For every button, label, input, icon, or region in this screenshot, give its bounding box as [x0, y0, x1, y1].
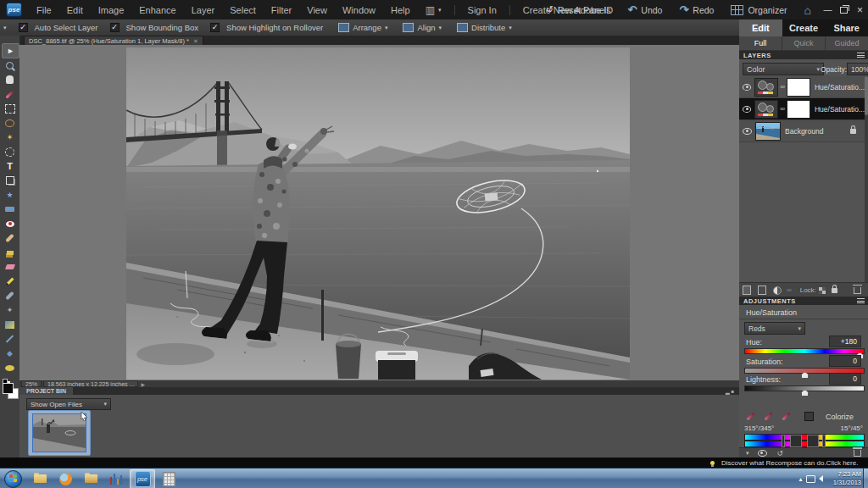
tab-create[interactable]: Create: [782, 19, 826, 36]
menu-image[interactable]: Image: [91, 0, 132, 19]
layer-row-hue-saturation-1[interactable]: ∞ Hue/Saturatio...: [739, 98, 865, 120]
cookie-cutter-tool[interactable]: ★: [2, 188, 18, 202]
layer-name[interactable]: Hue/Saturatio...: [815, 83, 865, 92]
blur-tool[interactable]: ◆: [2, 347, 18, 360]
layer-name[interactable]: Hue/Saturatio...: [815, 105, 865, 114]
hand-tool[interactable]: [2, 73, 18, 86]
sign-in-link[interactable]: Sign In: [460, 0, 504, 19]
lightness-value[interactable]: 0: [829, 373, 861, 385]
bin-filter-dropdown[interactable]: Show Open Files▾: [26, 398, 111, 410]
panel-menu-icon[interactable]: [857, 53, 865, 58]
sample-eyedropper-icon[interactable]: [747, 413, 755, 421]
layer-visibility-icon[interactable]: [743, 84, 751, 91]
brush-tool[interactable]: [2, 289, 18, 302]
close-tab-icon[interactable]: ✕: [193, 38, 198, 45]
align-dropdown[interactable]: Align▾: [403, 23, 442, 32]
menu-enhance[interactable]: Enhance: [131, 0, 183, 19]
range-handle-right[interactable]: [807, 435, 819, 447]
restore-button[interactable]: [837, 4, 850, 15]
lightness-slider[interactable]: [744, 385, 865, 391]
layer-mask-thumbnail[interactable]: [787, 78, 810, 97]
status-arrow-icon[interactable]: ▶: [141, 381, 145, 387]
taskbar-calculator-button[interactable]: [157, 470, 181, 488]
layers-panel-header[interactable]: LAYERS: [739, 51, 868, 59]
options-collapse-icon[interactable]: ▾: [3, 25, 7, 31]
add-to-sample-eyedropper-icon[interactable]: [765, 413, 773, 421]
reset-panels-button[interactable]: ↺ Reset Panels: [537, 0, 620, 19]
taskbar-pictures-button[interactable]: [79, 470, 103, 488]
magic-wand-tool[interactable]: ✶: [2, 130, 18, 144]
network-icon[interactable]: [806, 475, 815, 483]
quick-selection-tool[interactable]: [2, 145, 18, 158]
document-size-info[interactable]: 18.563 inches x 12.225 inches ...: [43, 380, 138, 387]
saturation-slider-thumb[interactable]: [801, 372, 809, 379]
menu-window[interactable]: Window: [335, 0, 383, 19]
lock-transparency-icon[interactable]: [819, 287, 826, 294]
layers-scrollbar[interactable]: [865, 76, 868, 282]
lock-all-icon[interactable]: [832, 288, 837, 293]
smart-brush-tool[interactable]: ✦: [2, 303, 18, 317]
minimize-button[interactable]: —: [821, 4, 834, 15]
menu-help[interactable]: Help: [383, 0, 418, 19]
delete-adjustment-icon[interactable]: [854, 450, 861, 457]
layer-visibility-icon[interactable]: [743, 106, 751, 113]
range-handle-left[interactable]: [790, 435, 802, 447]
taskbar-media-button[interactable]: [104, 470, 128, 488]
toggle-visibility-icon[interactable]: [758, 450, 767, 457]
menu-filter[interactable]: Filter: [264, 0, 299, 19]
notification-text[interactable]: Discover what Recompose can do.Click her…: [721, 459, 858, 467]
menu-edit[interactable]: Edit: [59, 0, 91, 19]
link-layers-icon[interactable]: ∞: [787, 286, 792, 294]
marquee-tool[interactable]: [2, 102, 18, 115]
photo[interactable]: [126, 47, 630, 380]
new-layer-icon[interactable]: [743, 286, 751, 295]
eyedropper-tool[interactable]: [2, 87, 18, 101]
workspace-switcher[interactable]: ▥ ▾: [418, 0, 449, 19]
tray-expand-icon[interactable]: ▴: [799, 475, 803, 483]
adjustment-layer-thumbnail[interactable]: [754, 100, 778, 119]
recompose-tip[interactable]: Discover what Recompose can do.Click her…: [710, 459, 858, 467]
layer-row-hue-saturation-2[interactable]: ∞ Hue/Saturatio...: [739, 76, 865, 98]
menu-file[interactable]: File: [29, 0, 59, 19]
hue-slider[interactable]: [744, 348, 865, 354]
redo-button[interactable]: ↷ Redo: [670, 0, 722, 19]
undo-button[interactable]: ↶ Undo: [619, 0, 670, 19]
new-adjustment-layer-icon[interactable]: [773, 286, 782, 295]
canvas-area[interactable]: [19, 45, 739, 380]
taskbar-pse-button[interactable]: pse: [130, 469, 155, 488]
open-file-thumbnail[interactable]: [28, 410, 91, 456]
color-swatches[interactable]: [3, 383, 18, 398]
delete-layer-icon[interactable]: [854, 287, 861, 294]
collapse-panel-icon[interactable]: ▾: [746, 450, 749, 457]
menu-select[interactable]: Select: [222, 0, 264, 19]
bin-collapse-icon[interactable]: ▂ ■: [726, 388, 734, 394]
panel-menu-icon[interactable]: [857, 298, 865, 303]
show-bounding-box-checkbox[interactable]: ✓: [110, 23, 120, 32]
taskbar-explorer-button[interactable]: [28, 470, 52, 488]
tab-share[interactable]: Share: [825, 19, 868, 36]
subtab-full[interactable]: Full: [739, 36, 782, 50]
start-button[interactable]: [4, 470, 22, 488]
menu-layer[interactable]: Layer: [184, 0, 223, 19]
project-bin-tab[interactable]: PROJECT BIN: [19, 387, 73, 395]
taskbar-clock[interactable]: 7:23 AM 1/31/2013: [833, 470, 861, 487]
taskbar-firefox-button[interactable]: [53, 470, 77, 488]
background-layer-thumbnail[interactable]: [755, 122, 781, 141]
clone-stamp-tool[interactable]: [2, 246, 18, 259]
reset-adjustment-icon[interactable]: ↺: [777, 449, 784, 458]
zoom-tool[interactable]: [2, 58, 18, 72]
channel-dropdown[interactable]: Reds▾: [744, 322, 805, 335]
subtab-guided[interactable]: Guided: [826, 36, 868, 50]
auto-select-layer-checkbox[interactable]: ✓: [19, 23, 28, 32]
menu-view[interactable]: View: [299, 0, 335, 19]
crop-tool[interactable]: [2, 174, 18, 187]
show-desktop-button[interactable]: [863, 469, 868, 488]
range-edge-right[interactable]: [822, 435, 826, 447]
close-button[interactable]: ×: [854, 4, 866, 15]
gradient-tool[interactable]: [2, 318, 18, 331]
arrange-dropdown[interactable]: Arrange▾: [338, 23, 387, 32]
layer-mask-thumbnail[interactable]: [787, 100, 810, 119]
colorize-checkbox[interactable]: [804, 412, 814, 421]
saturation-value[interactable]: 0: [829, 355, 861, 367]
layer-visibility-icon[interactable]: [743, 128, 752, 135]
